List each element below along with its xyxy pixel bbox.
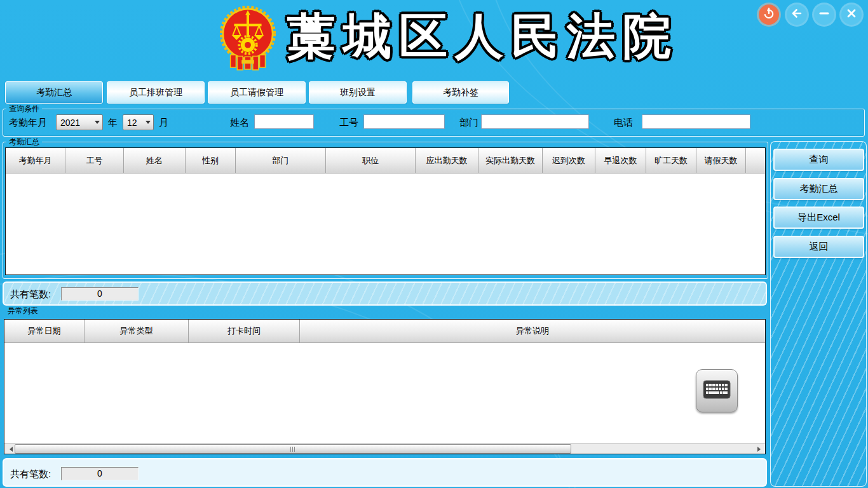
tab-label: 班别设置 bbox=[340, 87, 376, 98]
summary-total-value: 0 bbox=[61, 287, 139, 301]
summary-header-cell[interactable]: 职位 bbox=[326, 148, 416, 173]
scroll-left-button[interactable] bbox=[4, 444, 15, 454]
name-input[interactable] bbox=[254, 114, 314, 129]
power-button[interactable] bbox=[759, 4, 779, 25]
chevron-down-icon bbox=[92, 118, 102, 126]
button-label: 查询 bbox=[810, 154, 829, 166]
exception-list-legend: 异常列表 bbox=[5, 306, 41, 315]
employee-id-input[interactable] bbox=[363, 114, 445, 129]
summary-button[interactable]: 考勤汇总 bbox=[773, 178, 864, 200]
summary-header-cell[interactable]: 应出勤天数 bbox=[416, 148, 478, 173]
summary-table-header: 考勤年月 工号 姓名 性别 部门 职位 应出勤天数 实际出勤天数 迟到次数 早退… bbox=[6, 148, 765, 173]
scrollbar-track[interactable] bbox=[571, 444, 755, 454]
button-label: 导出Excel bbox=[797, 212, 840, 224]
exception-total-value: 0 bbox=[61, 467, 139, 480]
phone-input[interactable] bbox=[642, 114, 750, 129]
exception-table-body[interactable] bbox=[4, 343, 765, 444]
summary-header-cell[interactable]: 迟到次数 bbox=[543, 148, 595, 173]
month-select[interactable]: 12 bbox=[123, 114, 154, 130]
phone-label: 电话 bbox=[614, 115, 633, 130]
summary-header-filler bbox=[746, 148, 765, 173]
summary-header-cell[interactable]: 实际出勤天数 bbox=[478, 148, 543, 173]
scroll-right-button[interactable] bbox=[755, 444, 765, 454]
tab-attendance-summary[interactable]: 考勤汇总 bbox=[5, 81, 103, 104]
summary-table-body[interactable] bbox=[6, 173, 765, 274]
app-window: { "window": { "title": "藁城区人民法院", "contr… bbox=[0, 0, 868, 488]
summary-legend: 考勤汇总 bbox=[6, 137, 42, 146]
summary-header-cell[interactable]: 请假天数 bbox=[696, 148, 746, 173]
month-select-value: 12 bbox=[123, 118, 143, 128]
summary-table: 考勤年月 工号 姓名 性别 部门 职位 应出勤天数 实际出勤天数 迟到次数 早退… bbox=[5, 147, 766, 275]
back-arrow-icon bbox=[790, 7, 803, 22]
arrow-right-icon bbox=[757, 447, 763, 452]
summary-total-label: 共有笔数: bbox=[10, 288, 51, 301]
summary-header-cell[interactable]: 考勤年月 bbox=[6, 148, 65, 173]
export-excel-button[interactable]: 导出Excel bbox=[773, 207, 864, 229]
year-select-value: 2021 bbox=[57, 118, 92, 128]
chevron-down-icon bbox=[143, 118, 153, 126]
tab-label: 员工请假管理 bbox=[230, 87, 283, 98]
tab-label: 员工排班管理 bbox=[129, 87, 182, 98]
tab-label: 考勤汇总 bbox=[36, 87, 72, 98]
exception-table: 异常日期 异常类型 打卡时间 异常说明 bbox=[4, 319, 766, 454]
arrow-left-icon bbox=[7, 447, 13, 452]
exception-total-label: 共有笔数: bbox=[10, 468, 51, 480]
tab-shift-settings[interactable]: 班别设置 bbox=[309, 81, 407, 104]
department-label: 部门 bbox=[459, 115, 478, 130]
year-select[interactable]: 2021 bbox=[56, 114, 103, 130]
minimize-button[interactable] bbox=[814, 4, 834, 25]
exception-table-header: 异常日期 异常类型 打卡时间 异常说明 bbox=[4, 320, 765, 343]
court-emblem-logo bbox=[217, 5, 279, 71]
summary-header-cell[interactable]: 性别 bbox=[186, 148, 236, 173]
tab-leave-management[interactable]: 员工请假管理 bbox=[208, 81, 306, 104]
button-label: 考勤汇总 bbox=[800, 183, 838, 195]
grip-icon bbox=[290, 447, 296, 452]
close-button[interactable] bbox=[841, 4, 862, 25]
summary-header-cell[interactable]: 早退次数 bbox=[595, 148, 646, 173]
exception-header-cell[interactable]: 异常说明 bbox=[300, 320, 765, 342]
query-button[interactable]: 查询 bbox=[773, 149, 864, 171]
attendance-month-label: 考勤年月 bbox=[9, 115, 47, 130]
summary-header-cell[interactable]: 部门 bbox=[236, 148, 326, 173]
tab-label: 考勤补签 bbox=[443, 87, 478, 98]
exception-header-cell[interactable]: 打卡时间 bbox=[189, 320, 300, 342]
app-title: 藁城区人民法院 bbox=[287, 3, 679, 69]
horizontal-scrollbar[interactable] bbox=[4, 444, 765, 454]
keyboard-icon bbox=[703, 380, 731, 402]
month-unit-label: 月 bbox=[159, 115, 168, 130]
employee-id-label: 工号 bbox=[339, 115, 358, 130]
query-conditions-legend: 查询条件 bbox=[6, 104, 42, 113]
power-icon bbox=[763, 7, 775, 22]
summary-header-cell[interactable]: 工号 bbox=[65, 148, 124, 173]
department-input[interactable] bbox=[481, 114, 589, 129]
exception-header-cell[interactable]: 异常类型 bbox=[85, 320, 189, 342]
name-label: 姓名 bbox=[230, 115, 249, 130]
year-unit-label: 年 bbox=[108, 115, 118, 130]
exception-header-cell[interactable]: 异常日期 bbox=[4, 320, 85, 342]
return-button[interactable]: 返回 bbox=[773, 236, 864, 258]
summary-header-cell[interactable]: 旷工天数 bbox=[646, 148, 696, 173]
tab-shift-management[interactable]: 员工排班管理 bbox=[107, 81, 205, 104]
back-button[interactable] bbox=[787, 4, 807, 25]
summary-header-cell[interactable]: 姓名 bbox=[124, 148, 186, 173]
tab-attendance-resign[interactable]: 考勤补签 bbox=[412, 81, 509, 104]
minimize-icon bbox=[818, 7, 831, 22]
button-label: 返回 bbox=[810, 241, 829, 253]
scrollbar-thumb[interactable] bbox=[15, 444, 571, 454]
keyboard-button[interactable] bbox=[696, 369, 738, 412]
close-icon bbox=[845, 7, 858, 22]
